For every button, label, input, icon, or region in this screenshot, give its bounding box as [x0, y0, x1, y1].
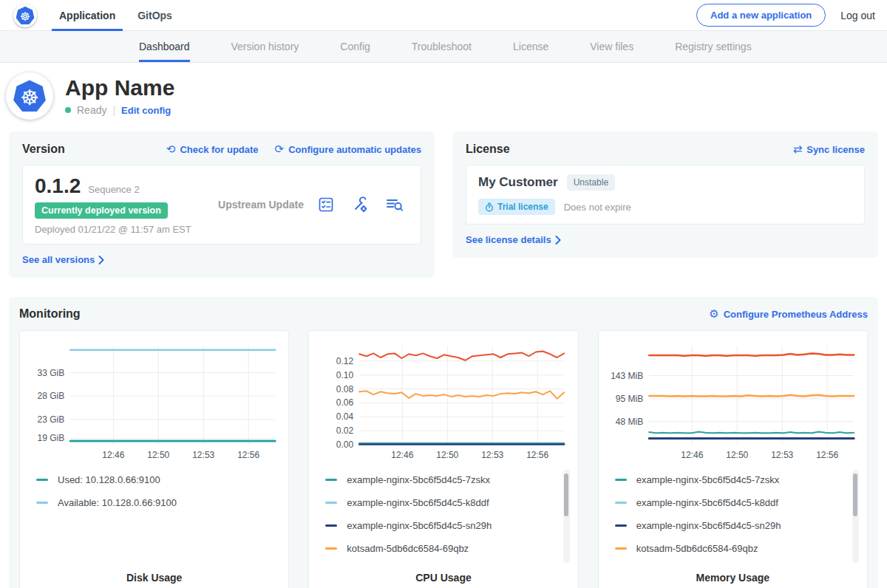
legend-color-dash [615, 524, 627, 527]
legend-item: Used: 10.128.0.66:9100 [36, 474, 271, 485]
license-card: License ⇄ Sync license My Customer Unsta… [452, 131, 878, 258]
legend-item: Available: 10.128.0.66:9100 [36, 497, 271, 508]
legend-scrollbar-thumb[interactable] [853, 474, 857, 516]
check-for-update-link[interactable]: ⟲ Check for update [166, 144, 259, 155]
tab-registry-settings[interactable]: Registry settings [675, 31, 751, 62]
svg-text:48 MiB: 48 MiB [615, 417, 642, 427]
app-sub-nav: Dashboard Version history Config Trouble… [0, 31, 887, 63]
expiry-text: Does not expire [564, 202, 631, 213]
top-nav: ☸ Application GitOps Add a new applicati… [0, 0, 887, 31]
configure-automatic-updates-link[interactable]: ⟳ Configure automatic updates [275, 144, 421, 155]
svg-text:0.04: 0.04 [336, 411, 354, 422]
svg-text:28 GiB: 28 GiB [37, 391, 64, 401]
legend-item: example-nginx-5bc6f5d4c5-7zskx [615, 474, 849, 485]
refresh-icon: ⟲ [166, 144, 176, 155]
configure-prometheus-link[interactable]: ⚙ Configure Prometheus Address [709, 309, 868, 320]
legend-label: example-nginx-5bc6f5d4c5-7zskx [347, 474, 490, 485]
topnav-tab-application[interactable]: Application [59, 0, 115, 31]
cpu-usage-chart: 0.000.020.040.060.080.100.1212:4612:5012… [313, 338, 573, 467]
preflight-checks-icon[interactable] [317, 196, 335, 213]
chart-title-disk: Disk Usage [24, 566, 284, 588]
tab-dashboard[interactable]: Dashboard [139, 31, 190, 62]
page-title: App Name [65, 76, 174, 100]
sync-license-link[interactable]: ⇄ Sync license [793, 144, 865, 155]
svg-text:12:53: 12:53 [771, 450, 793, 460]
version-number: 0.1.2 [35, 174, 81, 198]
kubernetes-logo-icon: ☸ [16, 6, 35, 25]
legend-color-dash [615, 479, 627, 481]
tab-troubleshoot[interactable]: Troubleshoot [412, 31, 472, 62]
legend-color-dash [325, 547, 337, 550]
status-dot [65, 107, 71, 113]
svg-text:0.08: 0.08 [336, 384, 354, 394]
tab-view-files[interactable]: View files [590, 31, 633, 62]
legend-item: example-nginx-5bc6f5d4c5-sn29h [325, 520, 560, 531]
svg-text:12:46: 12:46 [392, 450, 414, 460]
svg-text:☸: ☸ [20, 86, 39, 110]
see-license-details-link[interactable]: See license details [466, 234, 561, 245]
legend-label: example-nginx-5bc6f5d4c5-k8ddf [347, 497, 489, 508]
svg-text:☸: ☸ [20, 9, 30, 23]
add-application-button[interactable]: Add a new application [696, 4, 826, 27]
svg-text:12:56: 12:56 [237, 450, 259, 460]
svg-text:12:46: 12:46 [102, 450, 124, 460]
legend-scrollbar [563, 470, 570, 563]
svg-text:12:53: 12:53 [192, 450, 214, 460]
current-version-panel: 0.1.2 Sequence 2 Currently deployed vers… [22, 165, 421, 245]
svg-text:33 GiB: 33 GiB [37, 368, 64, 378]
svg-text:0.02: 0.02 [336, 425, 354, 436]
disk-usage-chart-card: 19 GiB23 GiB28 GiB33 GiB12:4612:5012:531… [19, 330, 289, 588]
svg-text:12:50: 12:50 [147, 450, 169, 460]
legend-label: example-nginx-5bc6f5d4c5-sn29h [636, 520, 781, 531]
logout-button[interactable]: Log out [840, 10, 875, 21]
version-card: Version ⟲ Check for update ⟳ Configure a… [9, 131, 435, 278]
legend-scrollbar-thumb[interactable] [564, 474, 568, 516]
cpu-usage-legend: example-nginx-5bc6f5d4c5-7zskxexample-ng… [313, 467, 573, 566]
channel-badge: Unstable [567, 174, 615, 191]
see-all-versions-link[interactable]: See all versions [22, 254, 104, 265]
deployed-badge: Currently deployed version [35, 202, 168, 219]
legend-label: example-nginx-5bc6f5d4c5-7zskx [636, 474, 780, 485]
trial-license-badge: Trial license [478, 199, 555, 215]
svg-text:12:53: 12:53 [482, 450, 504, 460]
kubernetes-app-icon: ☸ [13, 79, 47, 113]
divider: | [112, 104, 115, 116]
monitoring-title: Monitoring [19, 307, 81, 321]
license-panel: My Customer Unstable Trial license Does … [466, 165, 865, 225]
svg-text:12:46: 12:46 [681, 450, 703, 460]
cpu-usage-chart-card: 0.000.020.040.060.080.100.1212:4612:5012… [308, 330, 578, 588]
legend-color-dash [615, 502, 627, 504]
tab-license[interactable]: License [513, 31, 548, 62]
topnav-tab-gitops[interactable]: GitOps [137, 0, 172, 31]
disk-usage-chart: 19 GiB23 GiB28 GiB33 GiB12:4612:5012:531… [24, 338, 284, 467]
tab-version-history[interactable]: Version history [231, 31, 299, 62]
legend-item: example-nginx-5bc6f5d4c5-k8ddf [325, 497, 560, 508]
memory-usage-chart-card: 48 MiB95 MiB143 MiB12:4612:5012:5312:56 … [598, 330, 868, 588]
svg-text:12:50: 12:50 [726, 450, 748, 460]
app-header: ☸ App Name Ready | Edit config [0, 63, 887, 130]
kubernetes-logo: ☸ [13, 4, 37, 27]
chevron-right-icon [555, 236, 561, 245]
sequence-label: Sequence 2 [88, 184, 139, 195]
svg-text:19 GiB: 19 GiB [37, 433, 64, 443]
legend-item: example-nginx-5bc6f5d4c5-k8ddf [615, 497, 849, 508]
legend-label: example-nginx-5bc6f5d4c5-sn29h [347, 520, 492, 531]
auto-update-icon: ⟳ [275, 144, 285, 155]
config-wrench-icon[interactable] [351, 196, 369, 213]
monitoring-section: Monitoring ⚙ Configure Prometheus Addres… [9, 297, 878, 588]
gear-icon: ⚙ [709, 309, 718, 320]
legend-label: example-nginx-5bc6f5d4c5-k8ddf [636, 497, 778, 508]
legend-color-dash [325, 502, 337, 504]
legend-label: kotsadm-5db6dc6584-69qbz [636, 543, 758, 554]
stopwatch-icon [485, 202, 494, 212]
tab-config[interactable]: Config [340, 31, 370, 62]
svg-text:0.12: 0.12 [336, 356, 354, 366]
view-diff-icon[interactable] [385, 196, 404, 213]
app-avatar: ☸ [6, 72, 53, 120]
legend-color-dash [615, 547, 627, 550]
legend-item: example-nginx-5bc6f5d4c5-sn29h [615, 520, 849, 531]
svg-text:23 GiB: 23 GiB [37, 414, 64, 425]
edit-config-link[interactable]: Edit config [121, 105, 171, 116]
legend-color-dash [36, 479, 48, 481]
legend-color-dash [325, 524, 337, 527]
